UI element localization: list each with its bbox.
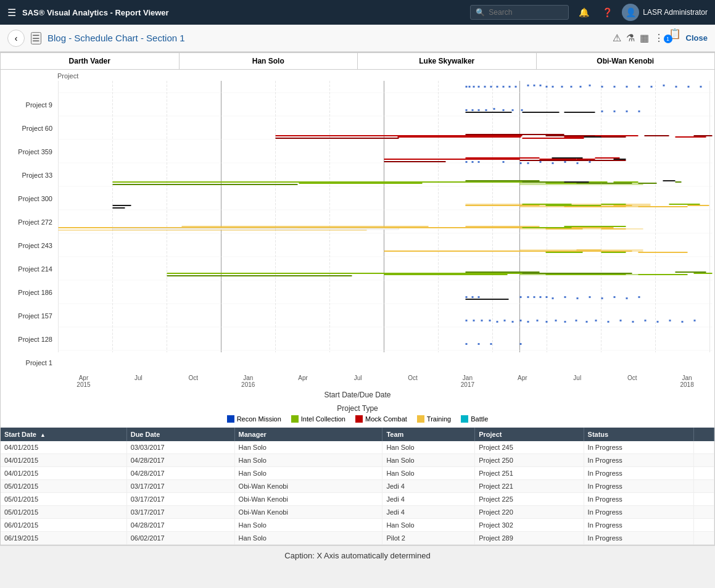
menu-icon[interactable]: ☰ [7, 7, 16, 19]
search-input[interactable] [489, 8, 550, 17]
training-swatch [417, 415, 424, 423]
svg-rect-135 [639, 206, 688, 207]
table-cell-2-0: 04/01/2015 [1, 467, 126, 480]
table-cell-5-0: 05/01/2015 [1, 506, 126, 519]
svg-rect-172 [601, 274, 626, 275]
th-team[interactable]: Team [382, 428, 475, 441]
table-cell-4-5: In Progress [584, 493, 693, 506]
table-cell-1-extra [693, 454, 714, 467]
table-cell-2-3: Han Solo [382, 467, 475, 480]
svg-rect-161 [639, 252, 688, 253]
table-cell-2-5: In Progress [584, 467, 693, 480]
x-label-jul: Jul [111, 375, 166, 388]
svg-rect-128 [523, 204, 572, 205]
th-manager[interactable]: Manager [234, 428, 382, 441]
intel-swatch [291, 415, 299, 423]
svg-rect-219 [478, 343, 480, 345]
help-button[interactable]: ❓ [598, 4, 616, 21]
intel-label: Intel Collection [301, 415, 345, 423]
table-cell-6-3: Han Solo [382, 519, 475, 532]
table-row: 05/01/201503/17/2017Obi-Wan KenobiJedi 4… [1, 480, 714, 493]
svg-rect-206 [564, 321, 566, 323]
svg-rect-207 [576, 320, 577, 321]
alert-icon[interactable]: ⚠ [613, 32, 621, 44]
close-button[interactable]: Close [686, 33, 708, 43]
project-272-bars [113, 204, 709, 209]
recon-label: Recon Mission [237, 415, 281, 423]
table-cell-1-2: Han Solo [234, 454, 382, 467]
gantt-row-labels: Project 9 Project 60 Project 359 Project… [1, 81, 56, 375]
panel-icon[interactable]: ▦ [640, 32, 649, 44]
gantt-label-60: Project 60 [1, 117, 56, 140]
project-243-bars [59, 226, 643, 231]
th-start-date[interactable]: Start Date ▲ [1, 428, 126, 441]
svg-rect-204 [546, 321, 548, 323]
svg-rect-103 [540, 161, 542, 163]
svg-rect-209 [595, 320, 597, 321]
svg-rect-177 [466, 296, 468, 298]
svg-rect-183 [534, 296, 535, 298]
svg-rect-179 [478, 296, 480, 298]
table-cell-5-5: In Progress [584, 506, 693, 519]
svg-rect-36 [509, 86, 511, 88]
svg-rect-105 [564, 161, 566, 163]
svg-rect-108 [113, 181, 526, 183]
table-cell-7-3: Pilot 2 [382, 532, 475, 545]
th-status[interactable]: Status [584, 428, 693, 441]
svg-rect-187 [564, 296, 566, 298]
back-button[interactable]: ‹ [7, 30, 25, 47]
table-cell-3-5: In Progress [584, 480, 693, 493]
x-label-apr-2015: Apr2015 [56, 375, 111, 388]
svg-rect-205 [555, 320, 557, 321]
svg-rect-28 [466, 86, 468, 88]
svg-rect-81 [601, 136, 626, 138]
table-cell-6-extra [693, 519, 714, 532]
svg-rect-190 [601, 297, 603, 299]
svg-rect-56 [466, 109, 468, 111]
svg-rect-45 [580, 86, 582, 88]
svg-rect-210 [608, 321, 610, 323]
filter-icon[interactable]: ⚗ [626, 32, 635, 44]
col-header-obi: Obi-Wan Kenobi [537, 53, 715, 69]
svg-rect-63 [521, 109, 523, 111]
list-view-button[interactable]: ☰ [31, 32, 41, 44]
svg-rect-106 [577, 162, 579, 164]
table-row: 04/01/201504/28/2017Han SoloHan SoloProj… [1, 454, 714, 467]
table-cell-2-2: Han Solo [234, 467, 382, 480]
svg-rect-54 [688, 86, 690, 88]
svg-rect-29 [469, 86, 471, 88]
svg-rect-37 [515, 86, 517, 88]
svg-rect-95 [595, 157, 620, 159]
chart-legend: Project Type Recon Mission Intel Collect… [1, 402, 714, 428]
legend-items: Recon Mission Intel Collection Mock Comb… [1, 415, 714, 423]
table-cell-4-extra [693, 493, 714, 506]
bookmark-icon[interactable]: 📋 1 [669, 28, 681, 48]
svg-rect-72 [276, 138, 399, 139]
search-box[interactable]: 🔍 [470, 5, 569, 20]
search-icon: 🔍 [476, 8, 485, 17]
x-label-jan-2017: Jan2017 [440, 375, 495, 388]
svg-rect-40 [540, 85, 542, 86]
project-128-bars [466, 320, 696, 323]
svg-rect-143 [384, 227, 508, 228]
x-label-oct3: Oct [605, 375, 659, 388]
legend-mock: Mock Combat [355, 415, 407, 423]
svg-rect-82 [620, 135, 639, 136]
more-icon[interactable]: ⋮ [654, 32, 664, 44]
toolbar-icons: ⚠ ⚗ ▦ ⋮ 📋 1 Close [613, 28, 708, 48]
th-extra [693, 428, 714, 441]
legend-battle: Battle [461, 415, 488, 423]
table-cell-0-4: Project 245 [475, 441, 584, 454]
gantt-label-359: Project 359 [1, 140, 56, 164]
table-cell-7-1: 06/02/2017 [126, 532, 234, 545]
app-title: SAS® Visual Analytics - Report Viewer [22, 8, 464, 17]
table-cell-5-4: Project 220 [475, 506, 584, 519]
th-project[interactable]: Project [475, 428, 584, 441]
th-due-date[interactable]: Due Date [126, 428, 234, 441]
notification-button[interactable]: 🔔 [575, 4, 592, 21]
table-cell-3-1: 03/17/2017 [126, 480, 234, 493]
svg-rect-42 [552, 86, 554, 88]
svg-rect-52 [663, 85, 665, 86]
data-table: Start Date ▲ Due Date Manager Team Proje… [1, 428, 714, 545]
table-row: 04/01/201504/28/2017Han SoloHan SoloProj… [1, 467, 714, 480]
